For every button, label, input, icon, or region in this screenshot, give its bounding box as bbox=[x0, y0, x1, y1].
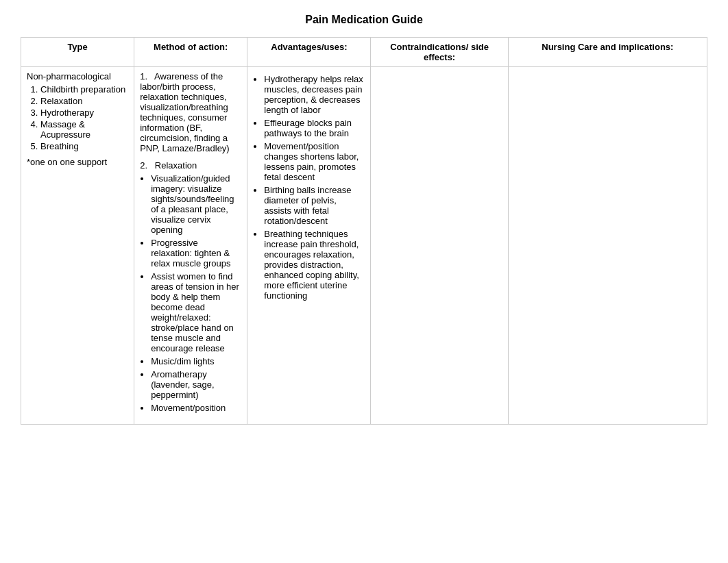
list-item: Assist women to find areas of tension in… bbox=[151, 271, 241, 353]
header-advantages: Advantages/uses: bbox=[247, 38, 371, 67]
type-list: Childbirth preparation Relaxation Hydrot… bbox=[27, 84, 128, 151]
method-section-2: 2. Relaxation Visualization/guided image… bbox=[140, 160, 241, 413]
header-contra: Contraindications/ side effects: bbox=[371, 38, 508, 67]
list-item: Music/dim lights bbox=[151, 356, 241, 366]
list-item: Hydrotherapy bbox=[40, 108, 128, 118]
method-section2-list: Visualization/guided imagery: visualize … bbox=[140, 173, 241, 413]
header-method: Method of action: bbox=[134, 38, 247, 67]
main-table: Type Method of action: Advantages/uses: … bbox=[21, 37, 707, 425]
page-container: Pain Medication Guide Type Method of act… bbox=[0, 0, 728, 563]
list-item: Childbirth preparation bbox=[40, 84, 128, 95]
list-item: Progressive relaxation: tighten & relax … bbox=[151, 238, 241, 268]
method-section1-label: 1. Awareness of the labor/birth process,… bbox=[140, 71, 241, 153]
header-nursing: Nursing Care and implications: bbox=[508, 38, 707, 67]
method-section2-label: 2. Relaxation bbox=[140, 160, 241, 171]
list-item: Breathing bbox=[40, 141, 128, 151]
type-note: *one on one support bbox=[27, 157, 128, 167]
type-cell: Non-pharmacological Childbirth preparati… bbox=[21, 67, 134, 425]
list-item: Breathing techniques increase pain thres… bbox=[264, 229, 365, 301]
list-item: Birthing balls increase diameter of pelv… bbox=[264, 185, 365, 226]
list-item: Movement/position bbox=[151, 403, 241, 413]
page-title: Pain Medication Guide bbox=[21, 14, 707, 26]
nursing-cell bbox=[508, 67, 707, 425]
header-row: Type Method of action: Advantages/uses: … bbox=[21, 38, 707, 67]
list-item: Effleurage blocks pain pathways to the b… bbox=[264, 118, 365, 138]
advantages-cell: Hydrotherapy helps relax muscles, decrea… bbox=[247, 67, 371, 425]
list-item: Hydrotherapy helps relax muscles, decrea… bbox=[264, 74, 365, 115]
table-row: Non-pharmacological Childbirth preparati… bbox=[21, 67, 707, 425]
contra-cell bbox=[371, 67, 508, 425]
list-item: Relaxation bbox=[40, 96, 128, 106]
list-item: Massage & Acupressure bbox=[40, 119, 128, 140]
list-item: Aromatherapy (lavender, sage, peppermint… bbox=[151, 369, 241, 400]
method-section-1: 1. Awareness of the labor/birth process,… bbox=[140, 71, 241, 153]
type-main-label: Non-pharmacological bbox=[27, 71, 128, 82]
header-type: Type bbox=[21, 38, 134, 67]
advantages-list: Hydrotherapy helps relax muscles, decrea… bbox=[253, 74, 365, 301]
list-item: Movement/position changes shortens labor… bbox=[264, 141, 365, 182]
list-item: Visualization/guided imagery: visualize … bbox=[151, 173, 241, 235]
method-cell: 1. Awareness of the labor/birth process,… bbox=[134, 67, 247, 425]
